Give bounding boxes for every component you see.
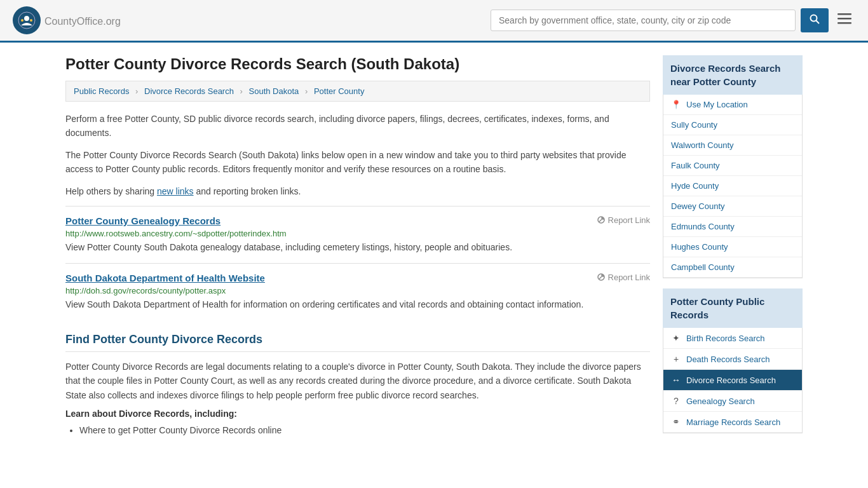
birth-records-label: Birth Records Search [686,334,765,343]
bc-sep-3: › [305,86,308,96]
sidebar-edmunds-county[interactable]: Edmunds County [663,217,802,237]
genealogy-label: Genealogy Search [686,396,755,406]
learn-item-0: Where to get Potter County Divorce Recor… [79,423,650,438]
svg-line-10 [599,218,603,222]
marriage-records-label: Marriage Records Search [686,417,780,427]
sidebar-sully-county[interactable]: Sully County [663,115,802,135]
sidebar-nearby-list: 📍 Use My Location Sully County Walworth … [663,95,803,278]
divorce-records-label: Divorce Records Search [686,376,776,385]
logo-area: CountyOffice.org [13,6,121,34]
sidebar-faulk-county[interactable]: Faulk County [663,156,802,176]
search-area [491,8,855,32]
divorce-icon: ↔ [671,375,681,385]
sidebar-dewey-label: Dewey County [671,201,725,211]
svg-point-2 [21,19,24,22]
sidebar-hughes-county[interactable]: Hughes County [663,237,802,257]
genealogy-icon: ? [671,396,681,406]
find-heading: Find Potter County Divorce Records [65,333,650,352]
sidebar-public-records-section: Potter County PublicRecords ✦ Birth Reco… [663,288,803,433]
svg-rect-8 [837,22,851,24]
sidebar-hyde-county[interactable]: Hyde County [663,176,802,196]
svg-rect-6 [837,13,851,15]
sidebar-public-records-list: ✦ Birth Records Search + Death Records S… [663,328,803,433]
svg-rect-7 [837,18,851,20]
svg-point-3 [30,19,32,22]
sidebar-walworth-county[interactable]: Walworth County [663,135,802,156]
svg-point-4 [811,15,817,22]
sidebar-marriage-records[interactable]: ⚭ Marriage Records Search [663,412,802,433]
logo-icon [13,6,41,34]
sidebar-dewey-county[interactable]: Dewey County [663,196,802,217]
sidebar-nearby-title: Divorce Records Searchnear Potter County [663,55,803,95]
logo-text[interactable]: CountyOffice.org [44,13,121,28]
learn-list: Where to get Potter County Divorce Recor… [65,423,650,438]
location-pin-icon: 📍 [671,100,681,109]
sidebar-faulk-label: Faulk County [671,161,720,170]
description-3: Help others by sharing new links and rep… [65,184,650,198]
sidebar-use-my-location[interactable]: 📍 Use My Location [663,95,802,115]
records-list: Potter County Genealogy Records Report L… [65,206,650,320]
sidebar-edmunds-label: Edmunds County [671,222,735,231]
marriage-icon: ⚭ [671,417,681,427]
record-url-0[interactable]: http://www.rootsweb.ancestry.com/~sdpott… [65,229,650,238]
learn-heading: Learn about Divorce Records, including: [65,409,650,419]
death-icon: + [671,354,681,364]
sidebar-campbell-label: Campbell County [671,262,735,272]
description-2: The Potter County Divorce Records Search… [65,148,650,177]
svg-line-14 [599,275,603,279]
sidebar-divorce-records[interactable]: ↔ Divorce Records Search [663,370,802,391]
report-link-0[interactable]: Report Link [597,215,650,225]
sidebar-genealogy-search[interactable]: ? Genealogy Search [663,391,802,412]
sidebar: Divorce Records Searchnear Potter County… [663,55,803,444]
description-1: Perform a free Potter County, SD public … [65,112,650,140]
menu-button[interactable] [834,8,855,32]
use-my-location-label: Use My Location [686,100,748,109]
search-input[interactable] [491,10,796,31]
content-area: Potter County Divorce Records Search (So… [65,55,650,444]
sidebar-public-records-title: Potter County PublicRecords [663,288,803,328]
bc-sep-1: › [135,86,138,96]
record-header-0: Potter County Genealogy Records Report L… [65,215,650,226]
record-desc-1: View South Dakota Department of Health f… [65,298,650,311]
record-title-1[interactable]: South Dakota Department of Health Websit… [65,273,265,283]
logo-suffix: .org [103,16,121,27]
record-desc-0: View Potter County South Dakota genealog… [65,241,650,254]
sidebar-birth-records[interactable]: ✦ Birth Records Search [663,328,802,349]
page-title: Potter County Divorce Records Search (So… [65,55,650,73]
death-records-label: Death Records Search [686,355,770,364]
record-item-0: Potter County Genealogy Records Report L… [65,206,650,263]
sidebar-hughes-label: Hughes County [671,242,728,252]
logo-name: CountyOffice [44,16,103,27]
breadcrumb-public-records[interactable]: Public Records [74,86,129,96]
birth-icon: ✦ [671,333,681,343]
report-link-1[interactable]: Report Link [597,273,650,282]
sidebar-walworth-label: Walworth County [671,140,734,150]
record-title-0[interactable]: Potter County Genealogy Records [65,215,220,226]
svg-point-1 [24,16,29,21]
search-button[interactable] [801,8,829,32]
bc-sep-2: › [240,86,243,96]
record-item-1: South Dakota Department of Health Websit… [65,263,650,320]
find-section: Find Potter County Divorce Records Potte… [65,333,650,438]
svg-line-5 [817,21,820,24]
new-links-link[interactable]: new links [157,186,194,196]
main-container: Potter County Divorce Records Search (So… [53,43,815,456]
record-header-1: South Dakota Department of Health Websit… [65,273,650,283]
sidebar-nearby-section: Divorce Records Searchnear Potter County… [663,55,803,278]
sidebar-death-records[interactable]: + Death Records Search [663,349,802,370]
sidebar-campbell-county[interactable]: Campbell County [663,257,802,278]
sidebar-hyde-label: Hyde County [671,181,719,191]
breadcrumb-potter-county[interactable]: Potter County [314,86,365,96]
breadcrumb-south-dakota[interactable]: South Dakota [249,86,299,96]
header: CountyOffice.org [0,0,868,43]
breadcrumb: Public Records › Divorce Records Search … [65,81,650,102]
sidebar-sully-label: Sully County [671,120,717,130]
find-paragraph: Potter County Divorce Records are legal … [65,360,650,402]
breadcrumb-divorce-records[interactable]: Divorce Records Search [144,86,234,96]
record-url-1[interactable]: http://doh.sd.gov/records/county/potter.… [65,286,650,295]
